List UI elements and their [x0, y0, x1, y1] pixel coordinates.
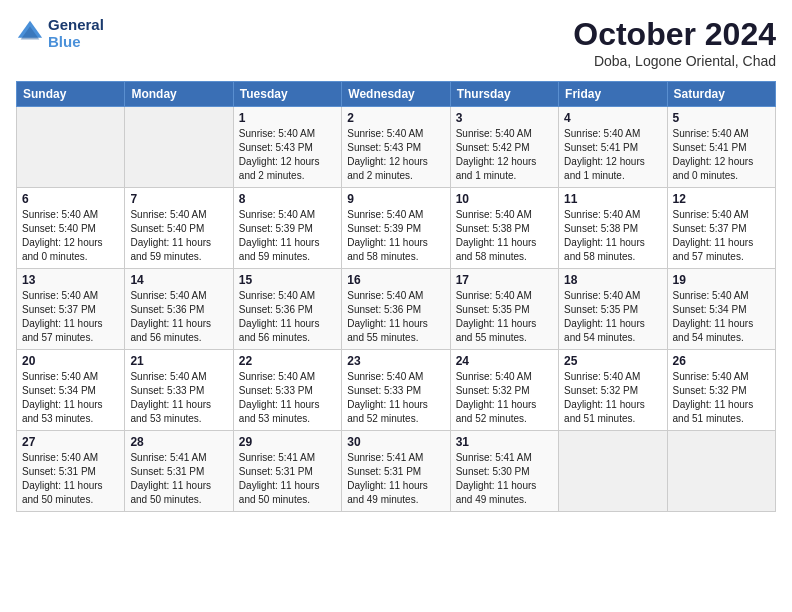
calendar-day-cell: 14Sunrise: 5:40 AMSunset: 5:36 PMDayligh… [125, 269, 233, 350]
day-number: 16 [347, 273, 444, 287]
calendar-day-cell: 4Sunrise: 5:40 AMSunset: 5:41 PMDaylight… [559, 107, 667, 188]
month-title: October 2024 [573, 16, 776, 53]
day-number: 19 [673, 273, 770, 287]
day-info: Sunrise: 5:40 AMSunset: 5:36 PMDaylight:… [239, 289, 336, 345]
calendar-day-cell: 20Sunrise: 5:40 AMSunset: 5:34 PMDayligh… [17, 350, 125, 431]
day-number: 2 [347, 111, 444, 125]
calendar-week-row: 13Sunrise: 5:40 AMSunset: 5:37 PMDayligh… [17, 269, 776, 350]
day-info: Sunrise: 5:40 AMSunset: 5:32 PMDaylight:… [456, 370, 553, 426]
calendar-header-row: SundayMondayTuesdayWednesdayThursdayFrid… [17, 82, 776, 107]
calendar-day-cell: 10Sunrise: 5:40 AMSunset: 5:38 PMDayligh… [450, 188, 558, 269]
calendar-day-cell: 13Sunrise: 5:40 AMSunset: 5:37 PMDayligh… [17, 269, 125, 350]
calendar-day-cell: 7Sunrise: 5:40 AMSunset: 5:40 PMDaylight… [125, 188, 233, 269]
calendar-day-cell: 30Sunrise: 5:41 AMSunset: 5:31 PMDayligh… [342, 431, 450, 512]
day-number: 3 [456, 111, 553, 125]
day-number: 31 [456, 435, 553, 449]
logo-icon [16, 19, 44, 47]
day-info: Sunrise: 5:40 AMSunset: 5:41 PMDaylight:… [564, 127, 661, 183]
calendar-day-cell: 3Sunrise: 5:40 AMSunset: 5:42 PMDaylight… [450, 107, 558, 188]
calendar-day-cell: 16Sunrise: 5:40 AMSunset: 5:36 PMDayligh… [342, 269, 450, 350]
day-info: Sunrise: 5:40 AMSunset: 5:42 PMDaylight:… [456, 127, 553, 183]
day-info: Sunrise: 5:40 AMSunset: 5:33 PMDaylight:… [347, 370, 444, 426]
calendar-week-row: 20Sunrise: 5:40 AMSunset: 5:34 PMDayligh… [17, 350, 776, 431]
calendar-table: SundayMondayTuesdayWednesdayThursdayFrid… [16, 81, 776, 512]
day-info: Sunrise: 5:40 AMSunset: 5:37 PMDaylight:… [22, 289, 119, 345]
day-number: 1 [239, 111, 336, 125]
location-title: Doba, Logone Oriental, Chad [573, 53, 776, 69]
day-number: 20 [22, 354, 119, 368]
day-number: 18 [564, 273, 661, 287]
calendar-day-cell: 17Sunrise: 5:40 AMSunset: 5:35 PMDayligh… [450, 269, 558, 350]
day-info: Sunrise: 5:40 AMSunset: 5:43 PMDaylight:… [347, 127, 444, 183]
day-info: Sunrise: 5:41 AMSunset: 5:30 PMDaylight:… [456, 451, 553, 507]
day-number: 22 [239, 354, 336, 368]
weekday-header: Sunday [17, 82, 125, 107]
calendar-day-cell: 23Sunrise: 5:40 AMSunset: 5:33 PMDayligh… [342, 350, 450, 431]
calendar-day-cell: 11Sunrise: 5:40 AMSunset: 5:38 PMDayligh… [559, 188, 667, 269]
day-info: Sunrise: 5:40 AMSunset: 5:36 PMDaylight:… [130, 289, 227, 345]
calendar-day-cell: 25Sunrise: 5:40 AMSunset: 5:32 PMDayligh… [559, 350, 667, 431]
day-number: 15 [239, 273, 336, 287]
day-info: Sunrise: 5:40 AMSunset: 5:38 PMDaylight:… [456, 208, 553, 264]
day-number: 30 [347, 435, 444, 449]
calendar-day-cell: 5Sunrise: 5:40 AMSunset: 5:41 PMDaylight… [667, 107, 775, 188]
day-number: 8 [239, 192, 336, 206]
weekday-header: Saturday [667, 82, 775, 107]
calendar-day-cell: 1Sunrise: 5:40 AMSunset: 5:43 PMDaylight… [233, 107, 341, 188]
weekday-header: Monday [125, 82, 233, 107]
calendar-day-cell: 12Sunrise: 5:40 AMSunset: 5:37 PMDayligh… [667, 188, 775, 269]
calendar-day-cell: 31Sunrise: 5:41 AMSunset: 5:30 PMDayligh… [450, 431, 558, 512]
day-info: Sunrise: 5:40 AMSunset: 5:38 PMDaylight:… [564, 208, 661, 264]
day-info: Sunrise: 5:40 AMSunset: 5:39 PMDaylight:… [347, 208, 444, 264]
day-info: Sunrise: 5:40 AMSunset: 5:34 PMDaylight:… [673, 289, 770, 345]
calendar-day-cell: 28Sunrise: 5:41 AMSunset: 5:31 PMDayligh… [125, 431, 233, 512]
calendar-day-cell: 24Sunrise: 5:40 AMSunset: 5:32 PMDayligh… [450, 350, 558, 431]
day-number: 27 [22, 435, 119, 449]
calendar-day-cell [667, 431, 775, 512]
day-number: 14 [130, 273, 227, 287]
day-info: Sunrise: 5:40 AMSunset: 5:33 PMDaylight:… [239, 370, 336, 426]
calendar-day-cell: 22Sunrise: 5:40 AMSunset: 5:33 PMDayligh… [233, 350, 341, 431]
day-number: 6 [22, 192, 119, 206]
day-number: 28 [130, 435, 227, 449]
day-number: 29 [239, 435, 336, 449]
day-info: Sunrise: 5:40 AMSunset: 5:40 PMDaylight:… [22, 208, 119, 264]
calendar-day-cell [125, 107, 233, 188]
day-number: 24 [456, 354, 553, 368]
day-info: Sunrise: 5:40 AMSunset: 5:32 PMDaylight:… [673, 370, 770, 426]
day-number: 4 [564, 111, 661, 125]
logo-text: General Blue [48, 16, 104, 50]
calendar-day-cell [559, 431, 667, 512]
calendar-day-cell: 21Sunrise: 5:40 AMSunset: 5:33 PMDayligh… [125, 350, 233, 431]
day-number: 5 [673, 111, 770, 125]
day-info: Sunrise: 5:40 AMSunset: 5:34 PMDaylight:… [22, 370, 119, 426]
day-info: Sunrise: 5:40 AMSunset: 5:37 PMDaylight:… [673, 208, 770, 264]
calendar-day-cell: 18Sunrise: 5:40 AMSunset: 5:35 PMDayligh… [559, 269, 667, 350]
calendar-day-cell [17, 107, 125, 188]
day-number: 11 [564, 192, 661, 206]
weekday-header: Friday [559, 82, 667, 107]
day-info: Sunrise: 5:40 AMSunset: 5:32 PMDaylight:… [564, 370, 661, 426]
page-header: General Blue October 2024 Doba, Logone O… [16, 16, 776, 69]
day-info: Sunrise: 5:41 AMSunset: 5:31 PMDaylight:… [347, 451, 444, 507]
calendar-day-cell: 15Sunrise: 5:40 AMSunset: 5:36 PMDayligh… [233, 269, 341, 350]
day-info: Sunrise: 5:40 AMSunset: 5:41 PMDaylight:… [673, 127, 770, 183]
calendar-week-row: 27Sunrise: 5:40 AMSunset: 5:31 PMDayligh… [17, 431, 776, 512]
weekday-header: Tuesday [233, 82, 341, 107]
day-number: 21 [130, 354, 227, 368]
day-info: Sunrise: 5:41 AMSunset: 5:31 PMDaylight:… [239, 451, 336, 507]
day-number: 9 [347, 192, 444, 206]
day-number: 13 [22, 273, 119, 287]
day-info: Sunrise: 5:40 AMSunset: 5:35 PMDaylight:… [564, 289, 661, 345]
day-number: 12 [673, 192, 770, 206]
calendar-day-cell: 8Sunrise: 5:40 AMSunset: 5:39 PMDaylight… [233, 188, 341, 269]
calendar-day-cell: 9Sunrise: 5:40 AMSunset: 5:39 PMDaylight… [342, 188, 450, 269]
calendar-week-row: 6Sunrise: 5:40 AMSunset: 5:40 PMDaylight… [17, 188, 776, 269]
day-info: Sunrise: 5:40 AMSunset: 5:43 PMDaylight:… [239, 127, 336, 183]
calendar-day-cell: 19Sunrise: 5:40 AMSunset: 5:34 PMDayligh… [667, 269, 775, 350]
day-number: 25 [564, 354, 661, 368]
title-block: October 2024 Doba, Logone Oriental, Chad [573, 16, 776, 69]
weekday-header: Thursday [450, 82, 558, 107]
calendar-day-cell: 27Sunrise: 5:40 AMSunset: 5:31 PMDayligh… [17, 431, 125, 512]
day-number: 10 [456, 192, 553, 206]
